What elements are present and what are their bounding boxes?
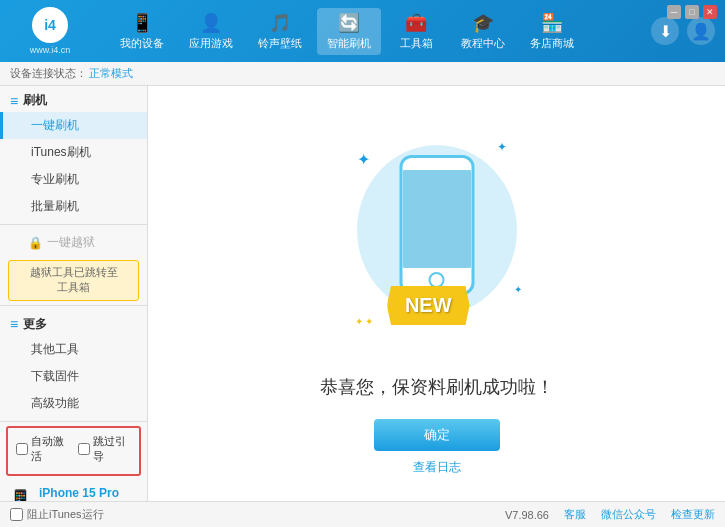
success-illustration: ✦ ✦ ✦ NEW ✦ ✦	[337, 135, 537, 355]
maximize-button[interactable]: □	[685, 5, 699, 19]
close-button[interactable]: ✕	[703, 5, 717, 19]
auto-activate-checkbox[interactable]	[16, 443, 28, 455]
apps-icon: 👤	[200, 12, 222, 34]
confirm-button[interactable]: 确定	[374, 419, 500, 451]
nav-ringtones[interactable]: 🎵 铃声壁纸	[248, 8, 312, 55]
toolbox-icon: 🧰	[405, 12, 427, 34]
more-section-icon: ≡	[10, 316, 18, 332]
auto-activate-label[interactable]: 自动激活	[16, 434, 70, 464]
wechat-link[interactable]: 微信公众号	[601, 507, 656, 522]
store-icon: 🏪	[541, 12, 563, 34]
version-text: V7.98.66	[505, 509, 549, 521]
sidebar-item-itunes-flash[interactable]: iTunes刷机	[0, 139, 147, 166]
sparkle-icon-1: ✦	[357, 150, 370, 169]
user-button[interactable]: 👤	[687, 17, 715, 45]
new-badge: NEW	[387, 286, 470, 325]
success-message: 恭喜您，保资料刷机成功啦！	[320, 375, 554, 399]
sidebar-section-more: ≡ 更多	[0, 310, 147, 336]
sidebar-item-download-firmware[interactable]: 下载固件	[0, 363, 147, 390]
nav-apps-games[interactable]: 👤 应用游戏	[179, 8, 243, 55]
quick-guide-checkbox[interactable]	[78, 443, 90, 455]
breadcrumb-prefix: 设备连接状态：	[10, 66, 87, 81]
phone-shape	[399, 155, 474, 295]
logo: i4 www.i4.cn	[10, 7, 90, 55]
logo-subtitle: www.i4.cn	[30, 45, 71, 55]
footer-right: V7.98.66 客服 微信公众号 检查更新	[505, 507, 715, 522]
sparkle-icon-3: ✦	[514, 284, 522, 295]
itunes-checkbox[interactable]	[10, 508, 23, 521]
nav-store[interactable]: 🏪 务店商城	[520, 8, 584, 55]
more-section-label: 更多	[23, 316, 47, 333]
sidebar-item-one-key-flash[interactable]: 一键刷机	[0, 112, 147, 139]
itunes-label: 阻止iTunes运行	[27, 507, 104, 522]
sidebar-item-pro-flash[interactable]: 专业刷机	[0, 166, 147, 193]
ringtones-icon: 🎵	[269, 12, 291, 34]
logo-circle: i4	[32, 7, 68, 43]
jailbreak-note: 越狱工具已跳转至工具箱	[8, 260, 139, 301]
new-badge-text: NEW	[405, 294, 452, 316]
minimize-button[interactable]: ─	[667, 5, 681, 19]
nav-smart-flash[interactable]: 🔄 智能刷机	[317, 8, 381, 55]
smart-flash-icon: 🔄	[338, 12, 360, 34]
footer-left: 阻止iTunes运行	[10, 507, 490, 522]
sidebar-item-advanced[interactable]: 高级功能	[0, 390, 147, 417]
my-device-icon: 📱	[131, 12, 153, 34]
download-button[interactable]: ⬇	[651, 17, 679, 45]
breadcrumb: 设备连接状态： 正常模式	[0, 62, 725, 86]
sparkle-icon-2: ✦	[497, 140, 507, 154]
main-nav: 📱 我的设备 👤 应用游戏 🎵 铃声壁纸 🔄 智能刷机 🧰 工具箱 🎓	[110, 8, 651, 55]
sidebar-item-batch-flash[interactable]: 批量刷机	[0, 193, 147, 220]
sidebar-item-other-tools[interactable]: 其他工具	[0, 336, 147, 363]
flash-section-label: 刷机	[23, 92, 47, 109]
new-stars: ✦ ✦	[355, 316, 374, 327]
nav-my-device[interactable]: 📱 我的设备	[110, 8, 174, 55]
customer-service-link[interactable]: 客服	[564, 507, 586, 522]
check-update-link[interactable]: 检查更新	[671, 507, 715, 522]
itunes-checkbox-label[interactable]: 阻止iTunes运行	[10, 507, 104, 522]
tutorials-icon: 🎓	[472, 12, 494, 34]
checkbox-row: 自动激活 跳过引导	[16, 434, 131, 464]
sidebar: ≡ 刷机 一键刷机 iTunes刷机 专业刷机 批量刷机 🔒 一键越狱 越狱工具…	[0, 86, 148, 525]
lock-icon: 🔒	[28, 236, 43, 250]
view-log-link[interactable]: 查看日志	[413, 459, 461, 476]
nav-tutorials[interactable]: 🎓 教程中心	[451, 8, 515, 55]
phone-screen	[402, 170, 471, 268]
auto-activate-section: 自动激活 跳过引导	[6, 426, 141, 476]
sidebar-section-flash: ≡ 刷机	[0, 86, 147, 112]
main-container: ≡ 刷机 一键刷机 iTunes刷机 专业刷机 批量刷机 🔒 一键越狱 越狱工具…	[0, 86, 725, 525]
sidebar-section-jailbreak: 🔒 一键越狱	[0, 229, 147, 256]
quick-guide-label[interactable]: 跳过引导	[78, 434, 132, 464]
breadcrumb-status: 正常模式	[89, 66, 133, 81]
header-actions: ⬇ 👤	[651, 17, 715, 45]
app-header: i4 www.i4.cn 📱 我的设备 👤 应用游戏 🎵 铃声壁纸 🔄 智能刷机	[0, 0, 725, 62]
jailbreak-label: 一键越狱	[47, 234, 95, 251]
content-area: ✦ ✦ ✦ NEW ✦ ✦ 恭喜您，保资料刷机成功啦！ 确定 查看日志	[148, 86, 725, 525]
footer: 阻止iTunes运行 V7.98.66 客服 微信公众号 检查更新	[0, 501, 725, 527]
nav-toolbox[interactable]: 🧰 工具箱	[386, 8, 446, 55]
phone-home-btn	[429, 272, 445, 288]
flash-section-icon: ≡	[10, 93, 18, 109]
